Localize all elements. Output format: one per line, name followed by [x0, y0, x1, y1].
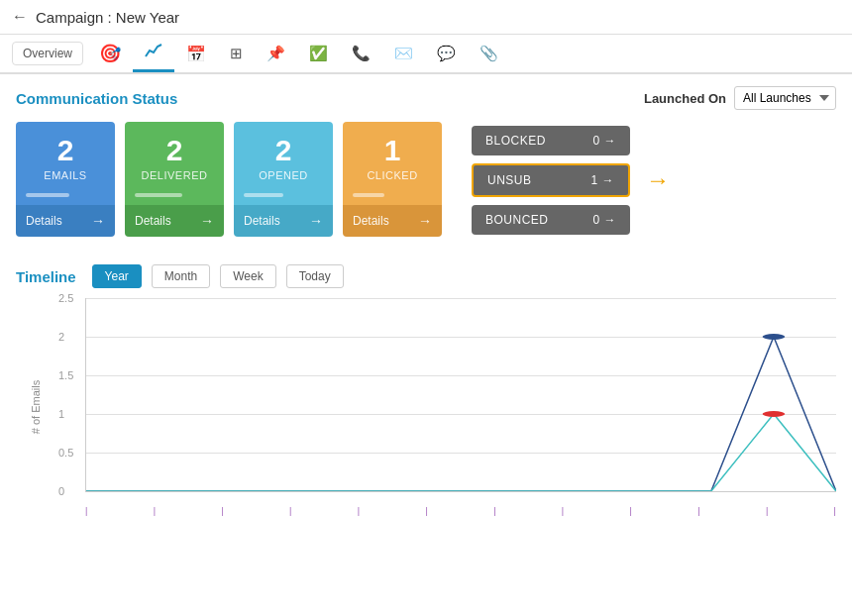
cards-and-right-area: 2 EMAILS Details → 2 DELIVERED	[16, 122, 836, 251]
x-label-jun: |	[425, 506, 427, 516]
comm-status-header: Communication Status Launched On All Lau…	[16, 86, 836, 110]
timeline-btn-year[interactable]: Year	[92, 264, 142, 288]
blocked-arrow: →	[604, 134, 617, 148]
unsub-container: UNSUB 1 → →	[472, 163, 630, 197]
chart-icon	[145, 44, 162, 61]
stat-card-emails: 2 EMAILS Details →	[16, 122, 115, 237]
emails-details-label: Details	[26, 214, 62, 228]
clicked-count: 1	[384, 136, 401, 165]
emails-details-btn[interactable]: Details →	[16, 205, 115, 237]
opened-details-btn[interactable]: Details →	[234, 205, 333, 237]
calendar-icon: 📅	[186, 45, 206, 63]
x-label-sep: |	[630, 506, 632, 516]
tab-overview-label: Overview	[23, 47, 72, 60]
phone-icon: 📞	[352, 45, 371, 62]
tab-check[interactable]: ✅	[297, 37, 340, 70]
emails-bar-area	[16, 189, 115, 205]
clicked-details-arrow: →	[418, 213, 432, 229]
unsub-label: UNSUB	[487, 173, 532, 187]
chart-plot-area: 2.5 2 1.5 1 0.5 0	[85, 298, 836, 492]
timeline-btn-today[interactable]: Today	[286, 264, 344, 288]
opened-count: 2	[275, 136, 292, 165]
tab-email[interactable]: ✉️	[382, 37, 425, 70]
tab-chart[interactable]	[133, 36, 174, 72]
clicked-details-btn[interactable]: Details →	[343, 205, 442, 237]
tab-clip[interactable]: 📎	[468, 37, 510, 70]
delivered-details-label: Details	[135, 214, 171, 228]
delivered-label: DELIVERED	[142, 169, 208, 181]
timeline-header: Timeline Year Month Week Today	[16, 264, 836, 288]
unsub-arrow: →	[602, 173, 615, 187]
tab-pin[interactable]: 📌	[255, 37, 297, 70]
x-label-mar: |	[221, 506, 223, 516]
comm-status-title: Communication Status	[16, 90, 177, 107]
x-label-may: |	[358, 506, 360, 516]
clip-icon: 📎	[479, 45, 498, 62]
stat-cards-row: 2 EMAILS Details → 2 DELIVERED	[16, 122, 442, 237]
x-label-dec: |	[834, 506, 836, 516]
status-box-unsub[interactable]: UNSUB 1 →	[472, 163, 630, 197]
back-button[interactable]: ←	[12, 8, 28, 26]
chart-series-2	[86, 414, 836, 491]
emails-details-arrow: →	[91, 213, 105, 229]
emails-bar	[26, 193, 69, 197]
x-label-apr: |	[289, 506, 291, 516]
tab-calendar[interactable]: 📅	[174, 37, 218, 71]
chart-dot-series2	[763, 411, 786, 417]
clicked-label: CLICKED	[367, 169, 417, 181]
status-box-bounced[interactable]: BOUNCED 0 →	[472, 205, 630, 235]
timeline-btn-month[interactable]: Month	[152, 264, 210, 288]
launched-on-area: Launched On All Launches Launch 1 Launch…	[644, 86, 836, 110]
stat-card-opened: 2 OPENED Details →	[234, 122, 333, 237]
bounced-count: 0 →	[592, 213, 616, 227]
launched-on-label: Launched On	[644, 91, 726, 106]
bounced-arrow: →	[604, 213, 617, 227]
tab-phone[interactable]: 📞	[340, 37, 382, 70]
back-arrow-icon: ←	[12, 8, 28, 26]
bounced-label: BOUNCED	[485, 213, 549, 227]
tab-chat[interactable]: 💬	[425, 37, 468, 70]
tab-overview[interactable]: Overview	[12, 42, 83, 65]
chart-y-label: # of Emails	[30, 380, 42, 434]
delivered-details-btn[interactable]: Details →	[125, 205, 224, 237]
x-label-nov: |	[766, 506, 768, 516]
tab-target[interactable]: 🎯	[87, 35, 133, 72]
ytick-0-5: 0.5	[58, 447, 73, 459]
emails-label: EMAILS	[44, 169, 86, 181]
launched-on-select[interactable]: All Launches Launch 1 Launch 2	[734, 86, 836, 110]
timeline-label: Timeline	[16, 268, 76, 285]
opened-details-arrow: →	[309, 213, 323, 229]
ytick-2-5: 2.5	[58, 292, 73, 304]
x-label-oct: |	[697, 506, 699, 516]
clicked-bar	[353, 193, 384, 197]
stat-card-clicked: 1 CLICKED Details →	[343, 122, 442, 237]
unsub-count: 1 →	[590, 173, 614, 187]
target-icon: 🎯	[99, 43, 121, 64]
chart-x-labels: | | | | | | | | | | | |	[85, 506, 836, 516]
page-title: Campaign : New Year	[36, 9, 179, 26]
stat-card-opened-top: 2 OPENED	[234, 122, 333, 189]
pin-icon: 📌	[266, 45, 285, 62]
email-icon: ✉️	[394, 45, 413, 62]
chat-icon: 💬	[437, 45, 456, 62]
chart-wrapper: # of Emails 2.5 2 1.5 1	[16, 298, 836, 516]
blocked-label: BLOCKED	[485, 134, 546, 148]
timeline-btn-week[interactable]: Week	[220, 264, 275, 288]
tab-grid[interactable]: ⊞	[218, 37, 255, 70]
ytick-2: 2	[58, 331, 64, 343]
stat-card-emails-top: 2 EMAILS	[16, 122, 115, 189]
clicked-bar-area	[343, 189, 442, 205]
delivered-bar	[135, 193, 182, 197]
ytick-1-5: 1.5	[58, 369, 73, 381]
check-icon: ✅	[309, 45, 328, 62]
status-box-blocked[interactable]: BLOCKED 0 →	[472, 126, 630, 155]
delivered-count: 2	[166, 136, 183, 165]
stat-card-delivered: 2 DELIVERED Details →	[125, 122, 224, 237]
header-bar: ← Campaign : New Year	[0, 0, 852, 35]
ytick-0: 0	[58, 485, 64, 497]
grid-icon: ⊞	[230, 45, 243, 62]
opened-label: OPENED	[259, 169, 307, 181]
tab-bar: Overview 🎯 📅 ⊞ 📌 ✅ 📞 ✉️ 💬 📎	[0, 35, 852, 74]
stat-card-delivered-top: 2 DELIVERED	[125, 122, 224, 189]
x-label-jul: |	[493, 506, 495, 516]
